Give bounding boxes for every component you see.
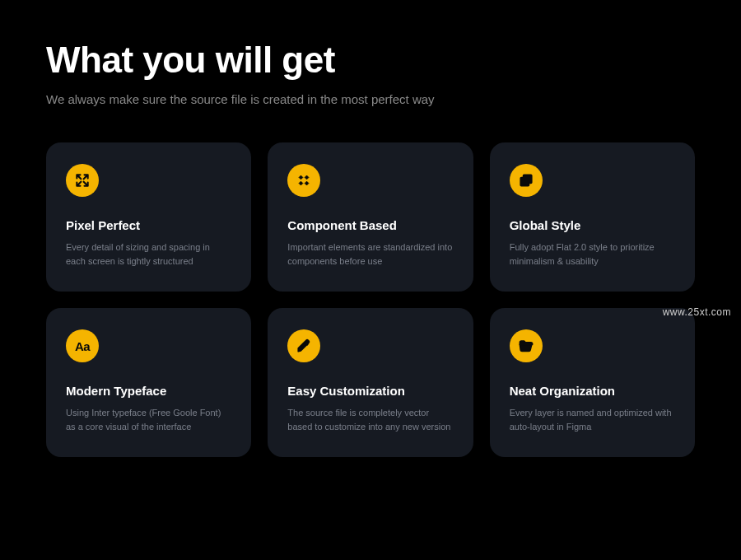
section-heading: What you will get: [46, 40, 695, 81]
svg-rect-1: [299, 181, 303, 185]
feature-desc: Fully adopt Flat 2.0 style to prioritize…: [510, 240, 675, 268]
section-subtitle: We always make sure the source file is c…: [46, 92, 695, 106]
svg-rect-3: [305, 181, 310, 185]
feature-title: Global Style: [510, 218, 675, 232]
features-section: What you will get We always make sure th…: [0, 0, 741, 497]
feature-title: Pixel Perfect: [66, 218, 231, 232]
feature-card-modern-typeface: Aa Modern Typeface Using Inter typeface …: [46, 308, 251, 457]
feature-desc: The source file is completely vector bas…: [287, 406, 453, 434]
feature-desc: Every detail of sizing and spacing in ea…: [66, 240, 231, 268]
feature-card-easy-customization: Easy Customization The source file is co…: [268, 308, 473, 457]
component-icon: [287, 164, 320, 197]
feature-title: Modern Typeface: [66, 384, 231, 398]
feature-desc: Important elements are standardized into…: [287, 240, 453, 268]
feature-card-global-style: Global Style Fully adopt Flat 2.0 style …: [490, 142, 695, 292]
svg-rect-0: [305, 175, 310, 180]
watermark: www.25xt.com: [663, 306, 731, 318]
expand-icon: [66, 164, 99, 197]
feature-desc: Every layer is named and optimized with …: [510, 406, 675, 434]
pencil-icon: [287, 329, 320, 362]
feature-card-neat-organization: Neat Organization Every layer is named a…: [490, 308, 695, 457]
feature-title: Neat Organization: [510, 384, 675, 398]
feature-title: Component Based: [287, 218, 453, 232]
folder-icon: [510, 329, 543, 362]
feature-title: Easy Customization: [287, 384, 453, 398]
typeface-icon: Aa: [66, 329, 99, 362]
feature-card-pixel-perfect: Pixel Perfect Every detail of sizing and…: [46, 142, 251, 292]
feature-desc: Using Inter typeface (Free Goole Font) a…: [66, 406, 231, 434]
layers-icon: [510, 164, 543, 197]
svg-rect-2: [299, 175, 303, 180]
features-grid: Pixel Perfect Every detail of sizing and…: [46, 142, 695, 457]
feature-card-component-based: Component Based Important elements are s…: [268, 142, 473, 292]
